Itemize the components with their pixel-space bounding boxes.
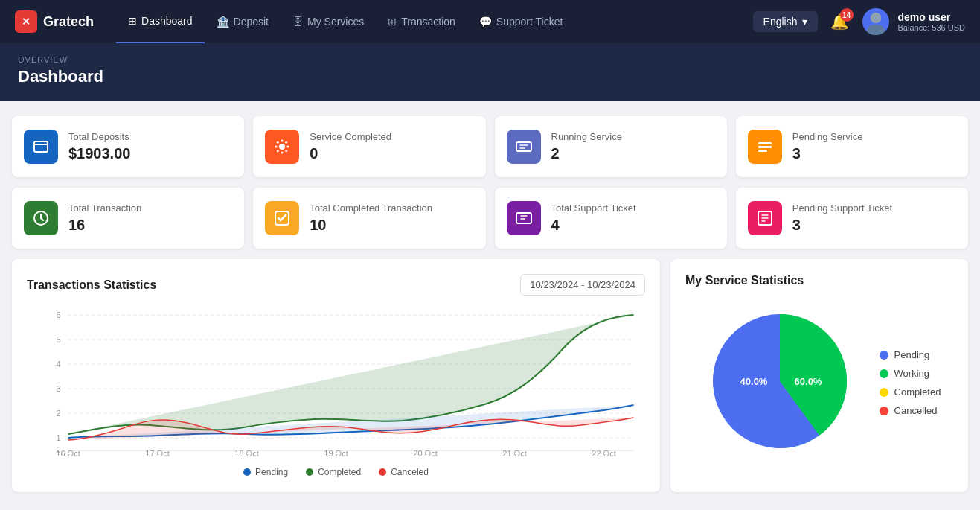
- pie-legend-pending: Pending: [880, 349, 941, 360]
- date-range-button[interactable]: 10/23/2024 - 10/23/2024: [520, 274, 645, 296]
- pending-service-label: Pending Service: [792, 131, 863, 142]
- pending-service-icon: [748, 130, 782, 164]
- pie-legend-cancelled: Cancelled: [880, 405, 941, 416]
- nav-dashboard[interactable]: ⊞ Dashboard: [116, 0, 205, 43]
- page-title: Dashboard: [18, 67, 962, 86]
- svg-rect-15: [758, 142, 772, 144]
- running-service-value: 2: [551, 145, 622, 162]
- svg-point-13: [277, 150, 279, 152]
- user-name: demo user: [898, 11, 966, 23]
- service-completed-label: Service Completed: [310, 131, 391, 142]
- card-total-deposits: Total Deposits $1903.00: [12, 116, 244, 177]
- language-selector[interactable]: English ▾: [753, 11, 818, 32]
- total-transaction-icon: [24, 201, 58, 235]
- service-chart-card: My Service Statistics: [670, 259, 968, 492]
- svg-text:40.0%: 40.0%: [740, 376, 767, 387]
- pending-support-value: 3: [792, 217, 892, 234]
- pending-service-value: 3: [792, 145, 863, 162]
- transactions-chart-card: Transactions Statistics 10/23/2024 - 10/…: [12, 259, 660, 492]
- card-service-completed: Service Completed 0: [253, 116, 485, 177]
- service-chart-title: My Service Statistics: [685, 274, 953, 287]
- brand-name: Gratech: [43, 14, 94, 30]
- svg-text:4: 4: [56, 360, 60, 369]
- service-completed-value: 0: [310, 145, 391, 162]
- support-icon: 💬: [479, 16, 492, 28]
- services-icon: 🗄: [292, 16, 303, 28]
- svg-rect-20: [516, 213, 531, 223]
- svg-point-2: [871, 13, 881, 23]
- svg-point-8: [275, 146, 278, 148]
- svg-rect-3: [34, 141, 48, 152]
- transaction-icon: ⊞: [388, 16, 397, 28]
- content: Total Deposits $1903.00 Service Complete…: [0, 101, 980, 507]
- completed-transaction-icon: [265, 201, 299, 235]
- nav-deposit[interactable]: 🏦 Deposit: [205, 0, 281, 43]
- pending-support-info: Pending Support Ticket 3: [792, 203, 892, 234]
- pie-working-dot: [880, 369, 888, 378]
- brand-logo[interactable]: ✕ Gratech: [15, 10, 94, 33]
- pie-svg-wrap: 40.0% 60.0%: [698, 299, 862, 466]
- card-total-transaction: Total Transaction 16: [12, 188, 244, 249]
- pending-support-icon: [748, 201, 782, 235]
- charts-row: Transactions Statistics 10/23/2024 - 10/…: [12, 259, 968, 492]
- deposits-icon: [24, 130, 58, 164]
- svg-point-5: [279, 144, 285, 150]
- svg-rect-14: [516, 142, 531, 151]
- pie-completed-dot: [880, 388, 888, 397]
- chart-header: Transactions Statistics 10/23/2024 - 10/…: [27, 274, 645, 296]
- svg-rect-17: [758, 150, 767, 152]
- svg-point-10: [277, 141, 279, 144]
- svg-text:16 Oct: 16 Oct: [56, 449, 80, 456]
- nav-support-ticket[interactable]: 💬 Support Ticket: [467, 0, 575, 43]
- svg-text:5: 5: [56, 335, 60, 344]
- svg-point-9: [287, 146, 289, 148]
- legend-pending-dot: [243, 468, 251, 476]
- svg-text:18 Oct: 18 Oct: [234, 449, 258, 456]
- transactions-chart-svg: 6 5 4 3 2 1 0 16 Oct: [27, 307, 645, 459]
- deposits-info: Total Deposits $1903.00: [68, 131, 130, 162]
- total-support-label: Total Support Ticket: [551, 203, 636, 214]
- nav-transaction[interactable]: ⊞ Transaction: [376, 0, 467, 43]
- pie-content: 40.0% 60.0% Pending Working C: [685, 299, 953, 466]
- service-completed-icon: [265, 130, 299, 164]
- completed-transaction-value: 10: [310, 217, 432, 234]
- legend-completed-dot: [306, 468, 313, 476]
- total-transaction-value: 16: [68, 217, 141, 234]
- svg-point-11: [285, 150, 287, 152]
- running-service-info: Running Service 2: [551, 131, 622, 162]
- dashboard-icon: ⊞: [128, 15, 137, 27]
- nav-links: ⊞ Dashboard 🏦 Deposit 🗄 My Services ⊞ Tr…: [116, 0, 753, 43]
- svg-text:21 Oct: 21 Oct: [502, 449, 526, 456]
- total-support-value: 4: [551, 217, 636, 234]
- completed-transaction-label: Total Completed Transaction: [310, 203, 432, 214]
- chevron-down-icon: ▾: [802, 16, 807, 28]
- nav-my-services[interactable]: 🗄 My Services: [281, 0, 376, 43]
- legend-canceled-dot: [379, 468, 386, 476]
- nav-right: English ▾ 🔔 14 demo user Balance: 536 US…: [753, 8, 965, 35]
- running-service-label: Running Service: [551, 131, 622, 142]
- deposits-value: $1903.00: [68, 145, 130, 162]
- pie-cancelled-dot: [880, 407, 888, 415]
- card-total-completed-transaction: Total Completed Transaction 10: [253, 188, 485, 249]
- stat-cards-row2: Total Transaction 16 Total Completed Tra…: [12, 188, 968, 249]
- svg-text:1: 1: [56, 433, 60, 442]
- legend-pending: Pending: [243, 467, 288, 477]
- notif-badge: 14: [840, 8, 854, 22]
- svg-text:17 Oct: 17 Oct: [145, 449, 169, 456]
- breadcrumb: OVERVIEW: [18, 55, 962, 64]
- card-pending-service: Pending Service 3: [736, 116, 968, 177]
- page-header: OVERVIEW Dashboard: [0, 43, 980, 101]
- pie-legend: Pending Working Completed Cancelled: [880, 349, 941, 416]
- transactions-chart-title: Transactions Statistics: [27, 278, 156, 292]
- svg-text:6: 6: [56, 310, 60, 319]
- svg-point-12: [285, 141, 287, 144]
- service-completed-info: Service Completed 0: [310, 131, 391, 162]
- notifications-button[interactable]: 🔔 14: [827, 8, 854, 35]
- pending-service-info: Pending Service 3: [792, 131, 863, 162]
- deposits-label: Total Deposits: [68, 131, 130, 142]
- svg-point-7: [281, 152, 284, 154]
- svg-text:20 Oct: 20 Oct: [413, 449, 437, 456]
- pending-support-label: Pending Support Ticket: [792, 203, 892, 214]
- svg-text:60.0%: 60.0%: [794, 376, 822, 387]
- brand-icon: ✕: [15, 10, 37, 33]
